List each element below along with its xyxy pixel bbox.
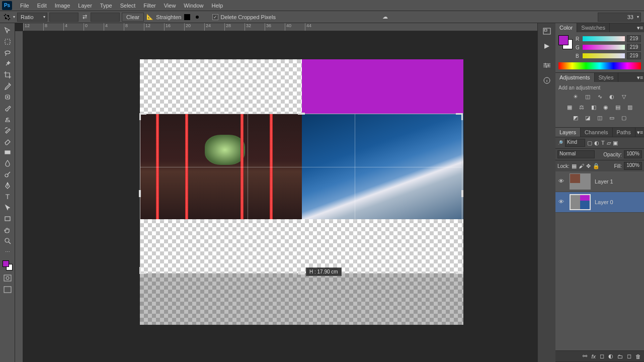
healing-brush-tool[interactable] — [2, 92, 14, 102]
layer-row[interactable]: 👁 Layer 0 — [555, 192, 644, 213]
lock-position-icon[interactable]: ✥ — [586, 163, 591, 169]
tab-styles[interactable]: Styles — [595, 73, 618, 82]
color-panel-menu-icon[interactable]: ▾≡ — [636, 23, 644, 32]
cloud-sync-icon[interactable]: ☁ — [381, 13, 389, 21]
r-slider[interactable] — [583, 36, 625, 41]
tab-paths[interactable]: Paths — [613, 128, 635, 137]
quick-mask-icon[interactable] — [2, 273, 14, 283]
b-value[interactable]: 219 — [627, 52, 641, 59]
layer-thumbnail[interactable] — [570, 173, 591, 190]
canvas[interactable]: H : 17.90 cm ⇕ — [140, 59, 463, 325]
layer-style-icon[interactable]: fx — [591, 353, 596, 359]
filter-adjust-icon[interactable]: ◐ — [594, 140, 599, 146]
b-slider[interactable] — [583, 53, 625, 58]
blend-mode-dropdown[interactable]: Normal — [557, 150, 595, 158]
screen-mode-icon[interactable] — [2, 285, 14, 295]
menu-file[interactable]: File — [16, 3, 33, 9]
crop-handle-t[interactable] — [298, 113, 305, 115]
crop-tool[interactable] — [2, 69, 14, 80]
levels-adj-icon[interactable]: ◫ — [583, 93, 592, 101]
crop-handle-tl[interactable] — [139, 113, 146, 120]
color-lookup-adj-icon[interactable]: ▥ — [625, 103, 634, 111]
vibrance-adj-icon[interactable]: ▽ — [619, 93, 628, 101]
new-group-icon[interactable]: 🗀 — [617, 353, 623, 359]
crop-width-input[interactable] — [49, 13, 78, 22]
delete-layer-icon[interactable]: 🗑 — [635, 353, 641, 359]
layer-row[interactable]: 👁 Layer 1 — [555, 171, 644, 192]
gradient-map-adj-icon[interactable]: ▭ — [607, 114, 616, 122]
menu-image[interactable]: Image — [51, 3, 74, 9]
menu-type[interactable]: Type — [96, 3, 116, 9]
hand-tool[interactable] — [2, 224, 14, 235]
crop-handle-br[interactable] — [456, 267, 463, 274]
crop-tool-icon[interactable] — [3, 13, 11, 21]
info-panel-icon[interactable] — [541, 75, 553, 85]
zoom-level-input[interactable]: 33 — [598, 13, 641, 22]
history-brush-tool[interactable] — [2, 125, 14, 135]
aspect-ratio-dropdown[interactable]: Ratio — [17, 13, 47, 22]
new-adjustment-layer-icon[interactable]: ◐ — [608, 353, 613, 359]
layer-name[interactable]: Layer 0 — [595, 199, 613, 205]
lock-all-icon[interactable]: 🔒 — [593, 163, 600, 169]
rectangle-tool[interactable] — [2, 213, 14, 224]
channel-mixer-adj-icon[interactable]: ▤ — [613, 103, 622, 111]
overlay-grid-icon[interactable] — [183, 13, 191, 21]
clone-stamp-tool[interactable] — [2, 114, 14, 124]
g-value[interactable]: 219 — [627, 44, 641, 51]
filter-smart-icon[interactable]: ▣ — [613, 140, 618, 146]
history-panel-icon[interactable] — [541, 26, 553, 36]
fill-input[interactable]: 100% — [624, 162, 642, 170]
color-balance-adj-icon[interactable]: ⚖ — [577, 103, 586, 111]
layer-thumbnail[interactable] — [570, 194, 591, 210]
photo-filter-adj-icon[interactable]: ◉ — [601, 103, 610, 111]
lock-transparency-icon[interactable]: ▦ — [572, 163, 577, 169]
type-tool[interactable] — [2, 191, 14, 202]
lasso-tool[interactable] — [2, 47, 14, 58]
color-spectrum[interactable] — [558, 62, 641, 69]
brush-tool[interactable] — [2, 103, 14, 113]
layer-visibility-icon[interactable]: 👁 — [558, 199, 566, 206]
exposure-adj-icon[interactable]: ◐ — [607, 93, 616, 101]
swap-dimensions-icon[interactable]: ⇄ — [80, 13, 89, 21]
crop-height-input[interactable] — [91, 13, 120, 22]
g-slider[interactable] — [583, 45, 625, 50]
adjustments-panel-menu-icon[interactable]: ▾≡ — [636, 73, 644, 82]
filter-pixel-icon[interactable]: ▢ — [587, 140, 592, 146]
edit-toolbar-icon[interactable]: ⋯ — [2, 246, 14, 257]
crop-bounding-box[interactable] — [140, 114, 462, 274]
tab-adjustments[interactable]: Adjustments — [555, 73, 595, 82]
eyedropper-tool[interactable] — [2, 80, 14, 91]
pen-tool[interactable] — [2, 180, 14, 191]
filter-type-icon[interactable]: T — [601, 140, 605, 146]
menu-view[interactable]: View — [160, 3, 180, 9]
crop-handle-l[interactable] — [139, 190, 141, 197]
posterize-adj-icon[interactable]: ◪ — [583, 114, 592, 122]
layer-mask-icon[interactable]: ◻ — [600, 353, 604, 359]
menu-window[interactable]: Window — [180, 3, 207, 9]
magic-wand-tool[interactable] — [2, 58, 14, 69]
link-layers-icon[interactable]: ⚯ — [583, 353, 587, 359]
menu-help[interactable]: Help — [207, 3, 227, 9]
menu-layer[interactable]: Layer — [74, 3, 96, 9]
r-value[interactable]: 219 — [627, 35, 641, 42]
menu-edit[interactable]: Edit — [33, 3, 51, 9]
layer-filter-kind[interactable]: Kind — [565, 139, 585, 147]
tab-color[interactable]: Color — [555, 23, 577, 32]
move-tool[interactable] — [2, 25, 14, 36]
hue-adj-icon[interactable]: ▦ — [565, 103, 574, 111]
tab-swatches[interactable]: Swatches — [577, 23, 610, 32]
new-layer-icon[interactable]: ◻ — [627, 353, 631, 359]
actions-panel-icon[interactable] — [541, 41, 553, 51]
invert-adj-icon[interactable]: ◩ — [571, 114, 580, 122]
color-swatch[interactable] — [558, 35, 573, 49]
curves-adj-icon[interactable]: ∿ — [595, 93, 604, 101]
gradient-tool[interactable] — [2, 147, 14, 157]
tab-channels[interactable]: Channels — [581, 128, 612, 137]
selective-color-adj-icon[interactable]: ▢ — [619, 114, 628, 122]
filter-shape-icon[interactable]: ▱ — [607, 140, 611, 146]
delete-cropped-checkbox[interactable]: ✓ — [212, 14, 218, 20]
zoom-tool[interactable] — [2, 235, 14, 246]
menu-select[interactable]: Select — [116, 3, 140, 9]
layer-visibility-icon[interactable]: 👁 — [558, 178, 566, 185]
tab-layers[interactable]: Layers — [555, 128, 581, 137]
